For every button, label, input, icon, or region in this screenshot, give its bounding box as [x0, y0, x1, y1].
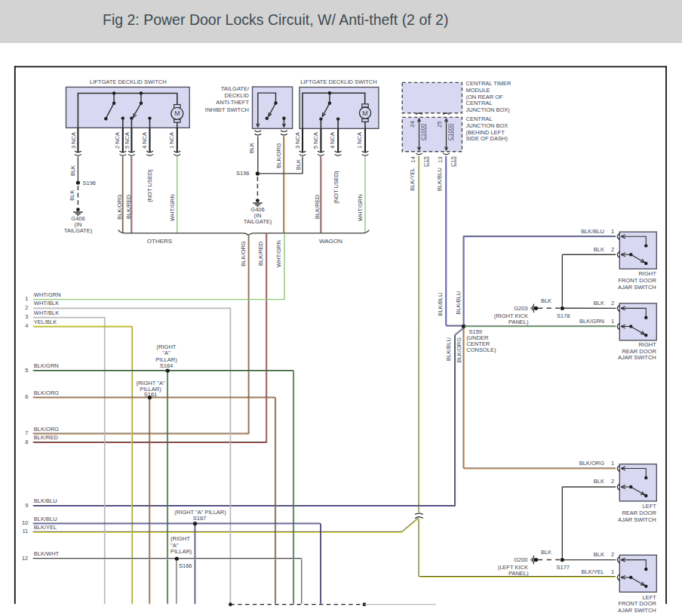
- svg-text:M: M: [362, 109, 367, 117]
- svg-text:SIDE OF DASH): SIDE OF DASH): [466, 135, 508, 142]
- svg-text:DECKLID: DECKLID: [224, 92, 249, 99]
- svg-text:BLK/ORG: BLK/ORG: [240, 241, 247, 266]
- svg-text:BLK/ORG: BLK/ORG: [275, 143, 282, 168]
- svg-text:CENTRAL: CENTRAL: [466, 116, 493, 122]
- svg-text:C1000: C1000: [419, 124, 426, 140]
- svg-text:1 NCA: 1 NCA: [168, 132, 175, 149]
- svg-text:BLK/ORG: BLK/ORG: [34, 390, 60, 396]
- svg-text:BLK: BLK: [295, 159, 302, 170]
- svg-text:BLK/BLU: BLK/BLU: [437, 293, 444, 316]
- svg-text:BLK: BLK: [541, 297, 551, 304]
- svg-text:AJAR SWITCH: AJAR SWITCH: [618, 284, 656, 291]
- svg-text:BLK/BLU: BLK/BLU: [445, 337, 452, 361]
- svg-text:REAR DOOR: REAR DOOR: [622, 510, 656, 516]
- svg-text:2: 2: [611, 551, 614, 558]
- svg-text:WAGON: WAGON: [319, 238, 343, 245]
- svg-text:BLK: BLK: [594, 300, 604, 306]
- svg-text:LIFTGATE DECKLID SWITCH: LIFTGATE DECKLID SWITCH: [300, 79, 377, 85]
- svg-text:RIGHT: RIGHT: [638, 270, 656, 277]
- svg-text:ANTI-THEFT: ANTI-THEFT: [216, 99, 249, 106]
- svg-text:BLK: BLK: [594, 246, 604, 253]
- svg-text:LEFT: LEFT: [642, 503, 656, 510]
- svg-text:8: 8: [25, 439, 28, 445]
- svg-text:1: 1: [25, 295, 28, 302]
- svg-text:9: 9: [25, 502, 28, 509]
- svg-text:AJAR SWITCH: AJAR SWITCH: [618, 516, 656, 523]
- svg-text:BLK/BLU: BLK/BLU: [34, 516, 57, 522]
- svg-text:S161: S161: [144, 391, 158, 398]
- svg-text:5 NCA: 5 NCA: [124, 132, 131, 149]
- svg-text:13: 13: [437, 156, 444, 162]
- svg-text:BLK/BLU: BLK/BLU: [455, 291, 462, 315]
- svg-text:BLK: BLK: [541, 549, 551, 556]
- svg-text:FRONT DOOR: FRONT DOOR: [619, 277, 657, 284]
- svg-text:PILLAR): PILLAR): [170, 548, 192, 555]
- svg-text:BLK/ORG: BLK/ORG: [34, 426, 60, 433]
- svg-text:BLK/BLU: BLK/BLU: [34, 497, 57, 504]
- svg-text:WHT/BLK: WHT/BLK: [34, 300, 59, 306]
- svg-text:BLK/YEL: BLK/YEL: [582, 568, 604, 575]
- svg-text:BLK/YEL: BLK/YEL: [409, 168, 416, 190]
- svg-text:BLK/ORG: BLK/ORG: [456, 337, 462, 363]
- svg-text:BLK/BLU: BLK/BLU: [436, 168, 443, 191]
- svg-text:WHT/GRN: WHT/GRN: [275, 240, 282, 267]
- svg-text:2: 2: [611, 478, 614, 485]
- svg-text:WHT/GRN: WHT/GRN: [34, 291, 61, 298]
- svg-text:1: 1: [611, 460, 614, 467]
- svg-text:PANEL): PANEL): [508, 570, 529, 577]
- svg-text:G203: G203: [514, 305, 527, 312]
- svg-text:2: 2: [25, 304, 28, 311]
- svg-text:BLK: BLK: [69, 190, 75, 201]
- svg-text:3 NCA: 3 NCA: [70, 132, 77, 149]
- svg-text:BLK/GRN: BLK/GRN: [579, 318, 604, 325]
- svg-text:(BEHIND LEFT: (BEHIND LEFT: [466, 129, 505, 136]
- svg-text:25: 25: [436, 121, 443, 127]
- svg-text:4 NCA: 4 NCA: [329, 132, 336, 149]
- svg-text:LEFT: LEFT: [642, 594, 656, 601]
- svg-text:S196: S196: [236, 170, 250, 177]
- svg-text:11: 11: [23, 528, 29, 534]
- svg-text:TAILGATE): TAILGATE): [64, 227, 93, 234]
- svg-text:4 NCA: 4 NCA: [141, 132, 148, 149]
- svg-text:CONSOLE): CONSOLE): [466, 346, 496, 353]
- svg-text:2 NCA: 2 NCA: [114, 132, 121, 149]
- svg-text:BLK/RED: BLK/RED: [257, 241, 264, 266]
- svg-text:TAILGATE): TAILGATE): [244, 218, 272, 225]
- svg-text:BLK/GRN: BLK/GRN: [34, 362, 59, 369]
- svg-text:FRONT DOOR: FRONT DOOR: [619, 600, 657, 607]
- svg-text:1 NCA: 1 NCA: [356, 132, 363, 149]
- svg-text:BLK: BLK: [248, 143, 255, 153]
- svg-text:24: 24: [409, 121, 416, 127]
- svg-text:S178: S178: [557, 313, 570, 319]
- svg-text:2: 2: [611, 246, 614, 253]
- svg-text:5: 5: [25, 367, 28, 374]
- svg-text:REAR DOOR: REAR DOOR: [622, 348, 656, 355]
- svg-text:7: 7: [25, 430, 28, 436]
- svg-text:10: 10: [22, 519, 28, 526]
- svg-text:14: 14: [410, 156, 416, 162]
- svg-text:1: 1: [611, 318, 614, 325]
- svg-text:6: 6: [25, 393, 28, 400]
- svg-text:S167: S167: [193, 515, 207, 522]
- svg-text:M: M: [174, 109, 180, 117]
- svg-text:OTHERS: OTHERS: [147, 238, 172, 245]
- svg-text:WHT/GRN: WHT/GRN: [357, 194, 364, 221]
- svg-text:1: 1: [611, 228, 614, 235]
- svg-text:INHIBIT SWITCH: INHIBIT SWITCH: [205, 106, 249, 113]
- svg-text:BLK/BLU: BLK/BLU: [581, 228, 604, 235]
- svg-text:PANEL): PANEL): [508, 319, 529, 325]
- svg-text:RIGHT: RIGHT: [638, 341, 656, 348]
- svg-text:G200: G200: [514, 556, 527, 563]
- svg-text:S177: S177: [557, 564, 570, 571]
- svg-text:WHT/GRN: WHT/GRN: [169, 194, 176, 221]
- svg-text:WHT/BLK: WHT/BLK: [34, 310, 59, 316]
- svg-text:BLK/WHT: BLK/WHT: [34, 550, 60, 557]
- svg-text:BLK/ORG: BLK/ORG: [116, 194, 123, 220]
- svg-text:BLK: BLK: [69, 165, 76, 176]
- svg-text:2: 2: [611, 300, 614, 306]
- svg-text:BLK/RED: BLK/RED: [125, 194, 132, 219]
- svg-text:C15: C15: [422, 156, 429, 167]
- svg-text:4: 4: [25, 322, 28, 329]
- svg-text:AJAR SWITCH: AJAR SWITCH: [618, 607, 656, 614]
- svg-text:C15: C15: [450, 156, 456, 167]
